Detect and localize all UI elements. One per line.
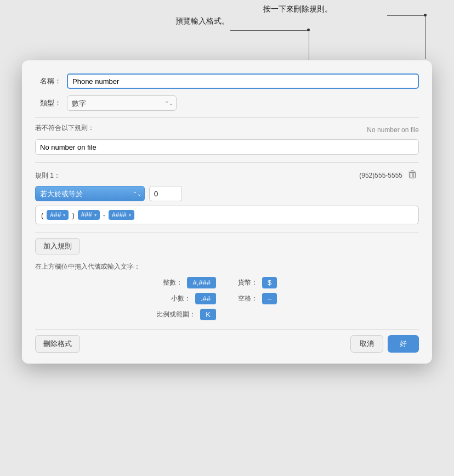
token-space-chip[interactable]: – bbox=[262, 293, 277, 304]
format-builder-row[interactable]: ( ### ▾ ) ### ▾ - #### ▾ bbox=[35, 206, 419, 224]
ok-button[interactable]: 好 bbox=[388, 335, 419, 353]
rule-label: 規則 1： bbox=[35, 171, 60, 180]
type-select[interactable]: 數字 bbox=[67, 95, 177, 111]
divider-4 bbox=[35, 329, 419, 330]
svg-rect-1 bbox=[411, 171, 414, 171]
trash-icon bbox=[408, 169, 417, 179]
rule-header-row: 規則 1： (952)555-5555 bbox=[35, 168, 419, 183]
rule-preview-value: (952)555-5555 bbox=[359, 172, 402, 179]
tokens-right-col: 貨幣： $ 空格： – bbox=[238, 277, 419, 320]
rule-section: 規則 1： (952)555-5555 bbox=[35, 168, 419, 224]
fallback-preview-value: No number on file bbox=[367, 126, 419, 134]
token-1-arrow-icon: ▾ bbox=[63, 213, 65, 218]
delete-format-button[interactable]: 刪除格式 bbox=[35, 335, 80, 353]
annotation-hline-1 bbox=[230, 30, 309, 31]
annotation-area: 按一下來刪除規則。 預覽輸入格式。 bbox=[0, 0, 454, 60]
divider-3 bbox=[35, 232, 419, 233]
token-decimal-label: 小數： bbox=[171, 294, 191, 303]
add-rule-button[interactable]: 加入規則 bbox=[35, 238, 80, 254]
format-static-dash: - bbox=[102, 211, 106, 219]
annotation-delete-rule: 按一下來刪除規則。 bbox=[263, 4, 332, 14]
token-integer-chip[interactable]: #,### bbox=[187, 277, 216, 288]
annotation-dot-2 bbox=[424, 14, 427, 16]
type-row: 類型： 數字 ⌃⌄ bbox=[35, 95, 419, 111]
token-row-integer: 整數： #,### bbox=[35, 277, 216, 288]
annotation-hline-2 bbox=[387, 15, 425, 16]
token-currency-label: 貨幣： bbox=[238, 278, 258, 287]
token-space-label: 空格： bbox=[238, 294, 258, 303]
format-static-open-paren: ( bbox=[40, 211, 44, 219]
token-row-decimal: 小數： .## bbox=[35, 293, 216, 304]
token-row-space: 空格： – bbox=[238, 293, 419, 304]
fallback-input[interactable] bbox=[35, 139, 419, 155]
token-ratio-label: 比例或範圍： bbox=[156, 310, 196, 319]
condition-value-input[interactable] bbox=[149, 186, 182, 201]
annotation-preview-format: 預覽輸入格式。 bbox=[175, 16, 229, 26]
tokens-grid: 整數： #,### 小數： .## 比例或範圍： K 貨幣： $ bbox=[35, 277, 419, 320]
token-row-ratio: 比例或範圍： K bbox=[35, 309, 216, 320]
token-row-currency: 貨幣： $ bbox=[238, 277, 419, 288]
token-currency-chip[interactable]: $ bbox=[262, 277, 277, 288]
format-dialog: 名稱： 類型： 數字 ⌃⌄ 若不符合以下規則： No number on fil… bbox=[22, 60, 432, 364]
fallback-row bbox=[35, 139, 419, 155]
condition-select-wrapper: 若大於或等於 ⌃⌄ bbox=[35, 186, 145, 201]
rule-delete-button[interactable] bbox=[406, 168, 419, 183]
tokens-section: 在上方欄位中拖入代號或輸入文字： 整數： #,### 小數： .## 比例或範圍… bbox=[35, 262, 419, 320]
divider-2 bbox=[35, 162, 419, 163]
token-2-arrow-icon: ▾ bbox=[94, 213, 97, 218]
token-ratio-chip[interactable]: K bbox=[200, 309, 216, 320]
rule-condition-row: 若大於或等於 ⌃⌄ bbox=[35, 186, 419, 201]
format-token-1[interactable]: ### ▾ bbox=[47, 210, 69, 220]
tokens-left-col: 整數： #,### 小數： .## 比例或範圍： K bbox=[35, 277, 216, 320]
type-label: 類型： bbox=[35, 98, 61, 108]
name-label: 名稱： bbox=[35, 76, 61, 86]
type-select-wrapper: 數字 ⌃⌄ bbox=[67, 95, 177, 111]
name-input[interactable] bbox=[67, 73, 419, 89]
divider-1 bbox=[35, 117, 419, 118]
fallback-section: 若不符合以下規則： No number on file bbox=[35, 123, 419, 155]
bottom-row: 刪除格式 取消 好 bbox=[35, 335, 419, 353]
token-3-arrow-icon: ▾ bbox=[129, 213, 131, 218]
tokens-section-label: 在上方欄位中拖入代號或輸入文字： bbox=[35, 262, 419, 271]
preview-and-delete: (952)555-5555 bbox=[359, 168, 419, 183]
cancel-button[interactable]: 取消 bbox=[350, 335, 383, 353]
token-decimal-chip[interactable]: .## bbox=[195, 293, 216, 304]
condition-select[interactable]: 若大於或等於 bbox=[35, 186, 145, 201]
annotation-line-1 bbox=[309, 30, 309, 60]
annotation-dot-1 bbox=[307, 29, 310, 31]
format-token-2[interactable]: ### ▾ bbox=[78, 210, 100, 220]
bottom-right-buttons: 取消 好 bbox=[350, 335, 419, 353]
token-integer-label: 整數： bbox=[163, 278, 183, 287]
format-token-3[interactable]: #### ▾ bbox=[109, 210, 134, 220]
fallback-section-label: 若不符合以下規則： bbox=[35, 123, 94, 133]
format-static-close-paren: ) bbox=[71, 211, 75, 219]
annotation-line-2 bbox=[425, 15, 426, 59]
name-row: 名稱： bbox=[35, 73, 419, 89]
